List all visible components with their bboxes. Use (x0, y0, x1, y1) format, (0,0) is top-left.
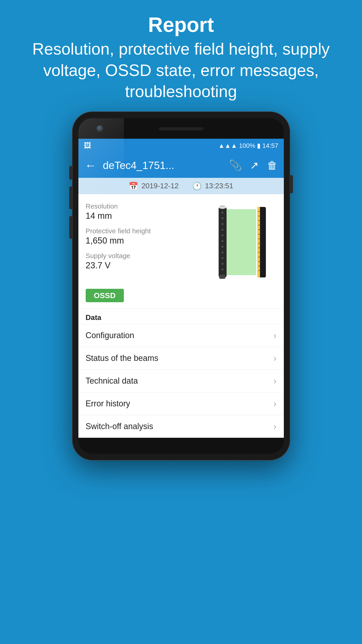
svg-point-21 (222, 223, 223, 225)
status-beams-label: Status of the beams (86, 354, 158, 363)
svg-rect-30 (219, 275, 225, 279)
technical-data-chevron: › (273, 376, 276, 386)
delete-button[interactable]: 🗑 (267, 159, 278, 172)
svg-point-26 (222, 252, 223, 253)
ossd-area: OSSD (78, 286, 284, 308)
battery-percent: 100% (239, 142, 255, 150)
svg-point-23 (222, 234, 223, 236)
svg-point-25 (222, 246, 223, 248)
time-value: 13:23:51 (205, 182, 233, 190)
time-display: 14:57 (262, 142, 278, 150)
svg-point-20 (222, 218, 223, 219)
phone-bottom-bezel (78, 438, 284, 454)
switchoff-analysis-chevron: › (273, 421, 276, 432)
time-display: 🕐 13:23:51 (192, 182, 233, 190)
attach-button[interactable]: 📎 (229, 159, 242, 172)
voltage-value: 23.7 V (86, 260, 204, 270)
status-beams-chevron: › (273, 353, 276, 364)
phone-body: 🖼 ▲▲▲ 100% ▮ 14:57 ← deTec4_1751... 📎 ↗ (72, 112, 290, 460)
device-image (208, 202, 277, 282)
height-value: 1,650 mm (86, 236, 204, 246)
hero-title: Report (18, 14, 344, 36)
resolution-label: Resolution (86, 202, 204, 210)
date-time-bar: 📅 2019-12-12 🕐 13:23:51 (78, 178, 284, 194)
svg-rect-0 (224, 209, 256, 275)
hero-subtitle: Resolution, protective field height, sup… (18, 38, 344, 102)
front-camera (97, 125, 103, 132)
volume-up-button (69, 166, 72, 180)
speaker (158, 126, 204, 130)
app-bar: ← deTec4_1751... 📎 ↗ 🗑 (78, 153, 284, 178)
data-section-title: Data (86, 313, 277, 322)
phone-top-bezel (78, 118, 284, 139)
svg-point-29 (222, 268, 223, 270)
app-title: deTec4_1751... (103, 159, 223, 172)
svg-point-24 (222, 240, 223, 242)
svg-point-31 (219, 206, 226, 209)
voltage-label: Supply voltage (86, 252, 204, 260)
configuration-item[interactable]: Configuration › (78, 324, 284, 347)
svg-rect-4 (257, 207, 260, 278)
status-bar-left: 🖼 (84, 142, 91, 150)
share-button[interactable]: ↗ (250, 159, 259, 172)
svg-point-19 (222, 212, 223, 214)
status-bar: 🖼 ▲▲▲ 100% ▮ 14:57 (78, 139, 284, 153)
device-info: Resolution 14 mm Protective field height… (86, 202, 204, 282)
status-beams-item[interactable]: Status of the beams › (78, 347, 284, 370)
back-button[interactable]: ← (85, 158, 97, 172)
technical-data-item[interactable]: Technical data › (78, 370, 284, 392)
date-display: 📅 2019-12-12 (129, 182, 179, 190)
signal-icon: ▲▲▲ (218, 142, 237, 150)
resolution-value: 14 mm (86, 211, 204, 221)
camera-button (69, 216, 72, 239)
app-bar-actions: 📎 ↗ 🗑 (229, 159, 278, 172)
error-history-chevron: › (273, 399, 276, 409)
main-content: Resolution 14 mm Protective field height… (78, 194, 284, 286)
calendar-icon: 📅 (129, 182, 138, 190)
error-history-label: Error history (86, 399, 130, 408)
svg-point-22 (222, 229, 223, 230)
notification-icon: 🖼 (84, 142, 91, 150)
hero-section: Report Resolution, protective field heig… (0, 0, 362, 112)
volume-down-button (69, 186, 72, 209)
error-history-item[interactable]: Error history › (78, 392, 284, 415)
phone-screen: 🖼 ▲▲▲ 100% ▮ 14:57 ← deTec4_1751... 📎 ↗ (78, 139, 284, 438)
svg-point-28 (222, 263, 223, 265)
height-label: Protective field height (86, 227, 204, 235)
switchoff-analysis-label: Switch-off analysis (86, 422, 153, 431)
date-value: 2019-12-12 (141, 182, 179, 190)
battery-icon: ▮ (257, 142, 260, 150)
technical-data-label: Technical data (86, 376, 138, 386)
ossd-badge: OSSD (86, 289, 124, 302)
light-curtain-svg (215, 205, 270, 282)
phone-mockup: 🖼 ▲▲▲ 100% ▮ 14:57 ← deTec4_1751... 📎 ↗ (70, 112, 293, 644)
switchoff-analysis-item[interactable]: Switch-off analysis › (78, 415, 284, 438)
svg-point-27 (222, 257, 223, 259)
configuration-chevron: › (273, 330, 276, 341)
configuration-label: Configuration (86, 331, 134, 340)
power-button (290, 175, 293, 193)
clock-icon: 🕐 (192, 182, 202, 190)
data-section-header: Data (78, 308, 284, 324)
back-icon: ← (85, 159, 97, 172)
status-bar-right: ▲▲▲ 100% ▮ 14:57 (218, 142, 278, 150)
